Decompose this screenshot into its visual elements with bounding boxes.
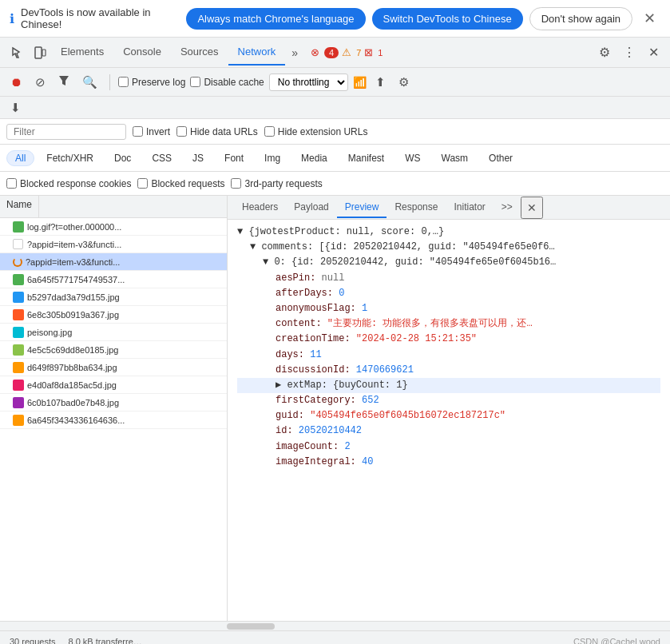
img-icon (13, 292, 24, 303)
type-filter-all[interactable]: All (6, 150, 34, 166)
type-filter-font[interactable]: Font (216, 150, 252, 166)
bottom-scrollbar[interactable] (0, 621, 670, 630)
preview-tab-initiator[interactable]: Initiator (446, 197, 493, 218)
invert-label[interactable]: Invert (133, 126, 170, 137)
json-line: aesPin: null (237, 271, 660, 286)
request-item[interactable]: e4d0af8da185ac5d.jpg (0, 376, 227, 394)
preview-tab->>[interactable]: >> (494, 197, 521, 218)
info-count: 1 (378, 48, 383, 58)
disable-cache-checkbox[interactable] (190, 77, 200, 87)
notification-text: DevTools is now available in Chinese! (21, 6, 180, 30)
hide-ext-urls-label[interactable]: Hide extension URLs (264, 126, 368, 137)
request-item[interactable]: 6a645f5771754749537... (0, 271, 227, 288)
tab-sources[interactable]: Sources (171, 39, 228, 66)
tabs-more-button[interactable]: » (285, 43, 304, 62)
tab-network[interactable]: Network (228, 39, 286, 66)
img-icon (13, 362, 24, 373)
network-settings-icon[interactable]: ⚙ (394, 73, 413, 92)
col-name-header: Name (0, 196, 39, 217)
json-line: id: 20520210442 (237, 423, 660, 439)
type-filter-media[interactable]: Media (292, 150, 336, 166)
request-item[interactable]: d649f897bb8ba634.jpg (0, 359, 227, 376)
device-mode-icon[interactable] (29, 43, 51, 62)
filter-row: Invert Hide data URLs Hide extension URL… (0, 119, 670, 145)
json-line: ▼ {jwotestProduct: null, score: 0,…} (237, 225, 660, 240)
preview-content[interactable]: ▼ {jwotestProduct: null, score: 0,…}▼ co… (228, 220, 670, 621)
dismiss-button[interactable]: Don't show again (529, 7, 632, 30)
toolbar-separator (109, 74, 110, 90)
json-line: afterDays: 0 (237, 286, 660, 301)
preserve-log-label[interactable]: Preserve log (118, 77, 185, 88)
settings-icon[interactable]: ⚙ (594, 42, 615, 63)
request-item[interactable]: ?appid=item-v3&functi... (0, 236, 227, 253)
throttling-select[interactable]: No throttling (269, 74, 348, 91)
clear-button[interactable]: ⊘ (31, 73, 50, 92)
type-filter-css[interactable]: CSS (143, 150, 180, 166)
invert-checkbox[interactable] (133, 126, 143, 137)
request-item[interactable]: 6a645f3434336164636... (0, 411, 227, 429)
filter-icon-button[interactable] (54, 73, 73, 91)
filter-input[interactable] (6, 124, 126, 140)
close-devtools-button[interactable]: ✕ (644, 42, 664, 63)
third-party-label[interactable]: 3rd-party requests (231, 178, 322, 189)
select-element-icon[interactable] (6, 43, 29, 62)
tab-console[interactable]: Console (113, 39, 171, 66)
download-icon[interactable]: ⬇ (6, 98, 25, 117)
blocked-cookies-label[interactable]: Blocked response cookies (6, 178, 131, 189)
loading-icon (13, 257, 22, 267)
type-filter-ws[interactable]: WS (396, 150, 429, 166)
search-button[interactable]: 🔍 (78, 73, 101, 92)
hide-ext-urls-checkbox[interactable] (264, 126, 275, 137)
request-item[interactable]: peisong.jpg (0, 324, 227, 341)
switch-language-button[interactable]: Switch DevTools to Chinese (372, 8, 523, 30)
img-icon (13, 397, 24, 408)
type-filter-manifest[interactable]: Manifest (339, 150, 393, 166)
more-options-icon[interactable]: ⋮ (618, 42, 640, 63)
close-preview-button[interactable]: ✕ (521, 197, 543, 219)
match-language-button[interactable]: Always match Chrome's language (186, 8, 365, 30)
blocked-cookies-checkbox[interactable] (6, 178, 17, 189)
preview-tab-response[interactable]: Response (387, 197, 446, 218)
type-filter-js[interactable]: JS (184, 150, 212, 166)
json-line: content: "主要功能: 功能很多，有很多表盘可以用，还… (237, 316, 660, 332)
request-item[interactable]: 4e5c5c69dd8e0185.jpg (0, 341, 227, 359)
blocked-requests-checkbox[interactable] (137, 178, 148, 189)
request-item[interactable]: ?appid=item-v3&functi... (0, 253, 227, 271)
blocked-requests-label[interactable]: Blocked requests (137, 178, 224, 189)
disable-cache-label[interactable]: Disable cache (190, 77, 264, 88)
import-button[interactable]: ⬆ (371, 73, 390, 92)
advanced-filter-row: Blocked response cookies Blocked request… (0, 172, 670, 196)
error-count: 4 (324, 47, 339, 58)
type-filter-wasm[interactable]: Wasm (433, 150, 478, 166)
type-filter-img[interactable]: Img (256, 150, 289, 166)
request-item[interactable]: b5297dad3a79d155.jpg (0, 288, 227, 306)
json-line: creationTime: "2024-02-28 15:21:35" (237, 332, 660, 347)
notification-close-button[interactable]: ✕ (639, 8, 660, 29)
third-party-checkbox[interactable] (231, 178, 241, 189)
request-item[interactable]: 6c0b107bad0e7b48.jpg (0, 394, 227, 411)
request-item[interactable]: log.gif?t=other.000000... (0, 218, 227, 236)
preview-tab-payload[interactable]: Payload (286, 197, 336, 218)
hide-data-urls-label[interactable]: Hide data URLs (176, 126, 258, 137)
watermark: CSDN @Cachel wood (573, 637, 660, 645)
json-line[interactable]: ▶ extMap: {buyCount: 1} (237, 378, 660, 393)
preview-tab-headers[interactable]: Headers (234, 197, 286, 218)
type-filter-other[interactable]: Other (480, 150, 521, 166)
error-icon: ⊗ (311, 46, 319, 58)
request-item[interactable]: 6e8c305b0919a367.jpg (0, 306, 227, 324)
hide-data-urls-checkbox[interactable] (176, 126, 187, 137)
type-filter-fetch/xhr[interactable]: Fetch/XHR (38, 150, 102, 166)
preview-tab-preview[interactable]: Preview (337, 197, 387, 218)
json-line: imageIntegral: 40 (237, 455, 660, 470)
download-row: ⬇ (0, 97, 670, 119)
preview-row: ▼ {jwotestProduct: null, score: 0,…}▼ co… (228, 220, 670, 621)
record-button[interactable]: ⏺ (6, 73, 26, 91)
img-icon (13, 309, 24, 320)
requests-count: 30 requests (10, 637, 55, 645)
json-line: guid: "405494fe65e0f6045b16072ec187217c" (237, 408, 660, 423)
main-panel: Name log.gif?t=other.000000...?appid=ite… (0, 196, 670, 621)
preserve-log-checkbox[interactable] (118, 77, 129, 87)
network-toolbar: ⏺ ⊘ 🔍 Preserve log Disable cache No thro… (0, 68, 670, 97)
type-filter-doc[interactable]: Doc (105, 150, 140, 166)
tab-elements[interactable]: Elements (51, 39, 113, 66)
